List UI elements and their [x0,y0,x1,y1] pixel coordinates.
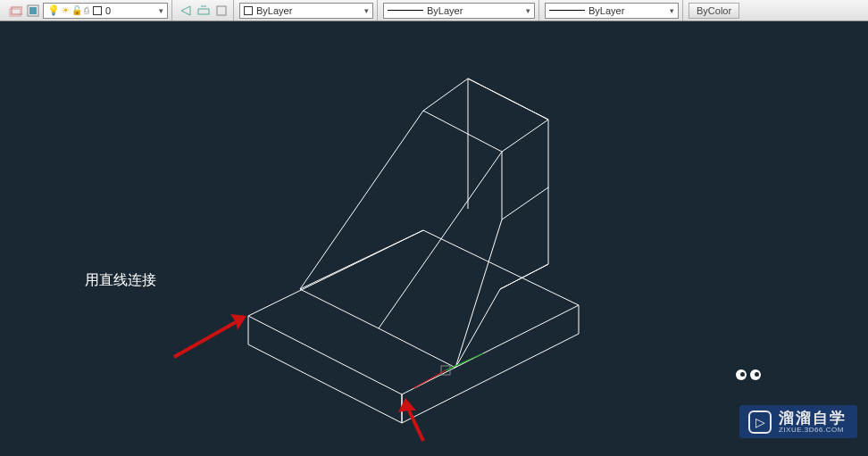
chevron-down-icon: ▾ [155,6,163,15]
svg-line-16 [379,328,455,368]
watermark-main: 溜溜自学 [779,410,847,427]
color-section: ByLayer ▾ [236,0,378,21]
toolbar: 💡 ☀ 🔓 ⎙ 0 ▾ ByLayer ▾ ByLayer ▾ [0,0,868,21]
play-icon: ▷ [748,410,772,434]
mascot-eyes [736,369,761,380]
wireframe-model [248,79,579,423]
eye-icon [750,369,761,380]
linetype-value: ByLayer [427,5,463,16]
svg-line-25 [409,410,423,441]
watermark-sub: ZIXUE.3D66.COM [779,427,847,435]
svg-line-22 [413,370,446,388]
svg-line-21 [446,353,483,370]
lineweight-section: ByLayer ▾ [541,0,683,21]
layer-states-icon[interactable] [25,3,41,19]
color-value: ByLayer [256,5,292,16]
svg-line-10 [379,152,502,328]
svg-line-8 [468,79,548,120]
watermark-text: 溜溜自学 ZIXUE.3D66.COM [779,410,847,435]
layer-previous-icon[interactable] [178,3,194,19]
new-layer-icon[interactable] [7,3,23,19]
line-sample-icon [549,10,585,11]
lightbulb-icon: 💡 [47,4,60,16]
svg-rect-4 [198,9,209,14]
color-dropdown[interactable]: ByLayer ▾ [239,3,373,19]
svg-rect-6 [217,6,226,15]
layer-color-swatch [93,6,102,15]
layer-name-value: 0 [105,5,111,16]
layer-dropdown[interactable]: 💡 ☀ 🔓 ⎙ 0 ▾ [43,3,168,19]
layer-isolate-icon[interactable] [213,3,230,19]
chevron-down-icon: ▾ [666,6,674,15]
annotation-label: 用直线连接 [85,271,156,290]
eye-icon [736,369,747,380]
svg-line-23 [174,322,236,357]
layer-match-icon[interactable] [196,3,212,19]
layer-util-section [174,0,234,21]
chevron-down-icon: ▾ [522,6,530,15]
drawing-canvas[interactable]: 用直线连接 ▷ 溜溜自学 ZIXUE.3D66.COM [0,21,868,456]
watermark: ▷ 溜溜自学 ZIXUE.3D66.COM [739,405,857,438]
sun-icon: ☀ [62,5,70,15]
plotstyle-label: ByColor [697,5,731,16]
svg-line-11 [455,220,502,368]
svg-rect-3 [29,7,37,14]
plotstyle-section: ByColor [685,0,743,21]
svg-line-15 [300,289,379,328]
svg-line-18 [500,264,548,289]
svg-line-9 [300,111,423,289]
svg-marker-26 [398,398,416,412]
lineweight-dropdown[interactable]: ByLayer ▾ [545,3,679,19]
annotation-arrows [174,314,423,441]
plotstyle-button[interactable]: ByColor [689,3,739,19]
plot-icon: ⎙ [84,5,89,15]
annotation-text: 用直线连接 [85,272,156,287]
lineweight-value: ByLayer [588,5,624,16]
lock-icon: 🔓 [71,5,82,15]
line-sample-icon [388,10,423,11]
chevron-down-icon: ▾ [361,6,369,15]
linetype-dropdown[interactable]: ByLayer ▾ [383,3,535,19]
layer-tools-section: 💡 ☀ 🔓 ⎙ 0 ▾ [4,0,172,21]
linetype-section: ByLayer ▾ [380,0,539,21]
svg-line-19 [300,230,423,289]
color-swatch-icon [244,6,253,15]
drawing-svg [0,21,868,456]
